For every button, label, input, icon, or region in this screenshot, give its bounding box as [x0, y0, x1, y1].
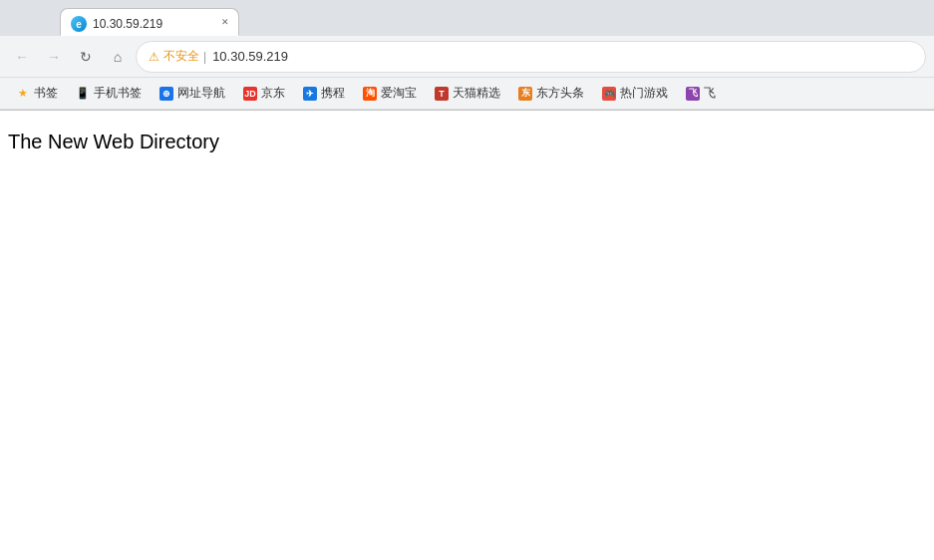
- star-icon: ★: [16, 87, 30, 101]
- bookmark-taobao[interactable]: 淘 爱淘宝: [355, 82, 425, 105]
- refresh-button[interactable]: ↻: [72, 43, 100, 71]
- mobile-icon: 📱: [76, 87, 90, 101]
- active-tab[interactable]: e 10.30.59.219 ✕: [60, 8, 239, 36]
- bookmark-ctrip-label: 携程: [321, 85, 345, 102]
- tab-favicon: e: [71, 16, 87, 32]
- forward-button[interactable]: →: [40, 43, 68, 71]
- youxi-icon: 🎮: [602, 87, 616, 101]
- tab-close-button[interactable]: ✕: [218, 15, 232, 29]
- bookmark-tianmao[interactable]: T 天猫精选: [427, 82, 508, 105]
- bookmark-jingdong-label: 京东: [261, 85, 285, 102]
- jd-icon: JD: [243, 87, 257, 101]
- bookmark-jingdong[interactable]: JD 京东: [235, 82, 293, 105]
- bookmark-feiying-label: 飞: [704, 85, 716, 102]
- bookmark-wangzhi-label: 网址导航: [177, 85, 225, 102]
- url-text: 10.30.59.219: [212, 49, 288, 64]
- page-title: The New Web Directory: [8, 131, 926, 153]
- bookmark-tianmao-label: 天猫精选: [453, 85, 500, 102]
- browser-chrome: e 10.30.59.219 ✕ ← → ↻ ⌂ ⚠ 不安全 | 10.30.5…: [0, 0, 934, 111]
- bookmark-wangzhi[interactable]: ⊕ 网址导航: [152, 82, 233, 105]
- home-button[interactable]: ⌂: [104, 43, 132, 71]
- bookmark-dongfang-label: 东方头条: [536, 85, 584, 102]
- url-separator: |: [203, 50, 206, 64]
- bookmark-feiying[interactable]: 飞 飞: [678, 82, 724, 105]
- toolbar: ← → ↻ ⌂ ⚠ 不安全 | 10.30.59.219: [0, 36, 934, 78]
- page-content: The New Web Directory: [0, 111, 934, 559]
- bookmark-shuqian[interactable]: ★ 书签: [8, 82, 66, 105]
- bookmark-ctrip[interactable]: ✈ 携程: [295, 82, 353, 105]
- bookmark-dongfang[interactable]: 东 东方头条: [510, 82, 592, 105]
- feiying-icon: 飞: [686, 87, 700, 101]
- dongfang-icon: 东: [518, 87, 532, 101]
- tab-bar: e 10.30.59.219 ✕: [0, 0, 934, 36]
- bookmarks-bar: ★ 书签 📱 手机书签 ⊕ 网址导航 JD 京东 ✈ 携程: [0, 78, 934, 110]
- security-icon: ⚠: [149, 50, 159, 64]
- address-bar[interactable]: ⚠ 不安全 | 10.30.59.219: [136, 41, 926, 73]
- bookmark-youxi[interactable]: 🎮 热门游戏: [594, 82, 676, 105]
- browser-logo-small: e: [71, 16, 87, 32]
- back-button[interactable]: ←: [8, 43, 36, 71]
- bookmark-shuqian-label: 书签: [34, 85, 58, 102]
- tianmao-icon: T: [435, 87, 449, 101]
- ctrip-icon: ✈: [303, 87, 317, 101]
- taobao-icon: 淘: [363, 87, 377, 101]
- bookmark-shouji[interactable]: 📱 手机书签: [68, 82, 150, 105]
- bookmark-taobao-label: 爱淘宝: [381, 85, 417, 102]
- security-label: 不安全: [163, 48, 199, 65]
- bookmark-shouji-label: 手机书签: [94, 85, 142, 102]
- bookmark-youxi-label: 热门游戏: [620, 85, 668, 102]
- tab-title: 10.30.59.219: [93, 17, 162, 31]
- compass-icon: ⊕: [159, 87, 173, 101]
